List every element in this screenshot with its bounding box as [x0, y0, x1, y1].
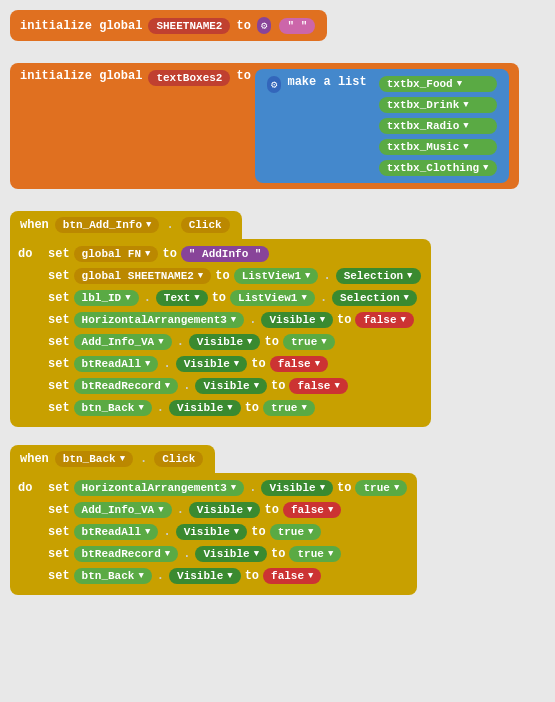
list-item-music[interactable]: txtbx_Music ▼	[379, 139, 497, 155]
btreadrecord-pill-1[interactable]: btReadRecord ▼	[74, 378, 179, 394]
list-item-clothing[interactable]: txtbx_Clothing ▼	[379, 160, 497, 176]
set-9: set	[48, 481, 70, 495]
init-label-2: initialize global	[20, 69, 142, 83]
true-pill-5[interactable]: true ▼	[289, 546, 341, 562]
visible-pill-7[interactable]: Visible ▼	[189, 502, 261, 518]
btreadall-pill-2[interactable]: btReadAll ▼	[74, 524, 159, 540]
dot-4: .	[320, 291, 327, 305]
init-block-2: initialize global textBoxes2 to ⚙ make a…	[10, 63, 545, 193]
do-back: do set HorizontalArrangement3 ▼ . Visibl…	[10, 473, 417, 595]
init-label-1: initialize global	[20, 19, 142, 33]
dot-13: .	[163, 525, 170, 539]
do-row-btreadall: set btReadAll ▼ . Visible ▼ to false ▼	[48, 353, 423, 375]
do-row-ha3-true: do set HorizontalArrangement3 ▼ . Visibl…	[18, 477, 409, 499]
click-pill-2[interactable]: Click	[154, 451, 203, 467]
do-row-addinfova: set Add_Info_VA ▼ . Visible ▼ to true ▼	[48, 331, 423, 353]
true-pill-2[interactable]: true ▼	[263, 400, 315, 416]
lbl-id-pill[interactable]: lbl_ID ▼	[74, 290, 139, 306]
true-pill-3[interactable]: true ▼	[355, 480, 407, 496]
true-pill-1[interactable]: true ▼	[283, 334, 335, 350]
to-5: to	[212, 291, 226, 305]
dot-5: .	[249, 313, 256, 327]
to-7: to	[264, 335, 278, 349]
set-3: set	[48, 291, 70, 305]
make-list-label: make a list	[287, 75, 366, 89]
dot-2: .	[323, 269, 330, 283]
btn-add-info-pill[interactable]: btn_Add_Info ▼	[55, 217, 160, 233]
to-11: to	[337, 481, 351, 495]
btnback-pill-2[interactable]: btn_Back ▼	[74, 568, 152, 584]
set-12: set	[48, 547, 70, 561]
list-icon: ⚙	[267, 76, 282, 93]
visible-pill-10[interactable]: Visible ▼	[169, 568, 241, 584]
ha3-pill-2[interactable]: HorizontalArrangement3 ▼	[74, 480, 245, 496]
init-textboxes2: initialize global textBoxes2 to ⚙ make a…	[10, 63, 519, 189]
selection-pill-1[interactable]: Selection ▼	[336, 268, 421, 284]
global-sheetname2-pill[interactable]: global SHEETNAME2 ▼	[74, 268, 212, 284]
when-add-info-header: when btn_Add_Info ▼ . Click	[10, 211, 242, 239]
false-pill-3[interactable]: false ▼	[289, 378, 347, 394]
false-pill-4[interactable]: false ▼	[283, 502, 341, 518]
addinfova-pill[interactable]: Add_Info_VA ▼	[74, 334, 172, 350]
false-pill-2[interactable]: false ▼	[270, 356, 328, 372]
var-sheetname2[interactable]: SHEETNAME2	[148, 18, 230, 34]
do-row-btreadall-true: set btReadAll ▼ . Visible ▼ to true ▼	[48, 521, 409, 543]
dot-3: .	[144, 291, 151, 305]
to-label-1: to	[236, 19, 250, 33]
btn-back-pill[interactable]: btn_Back ▼	[55, 451, 133, 467]
dot-10: .	[140, 452, 147, 466]
listview1-pill-1[interactable]: ListView1 ▼	[234, 268, 319, 284]
list-item-drink[interactable]: txtbx_Drink ▼	[379, 97, 497, 113]
list-item-food[interactable]: txtbx_Food ▼	[379, 76, 497, 92]
to-12: to	[264, 503, 278, 517]
set-1: set	[48, 247, 70, 261]
listview1-pill-2[interactable]: ListView1 ▼	[230, 290, 315, 306]
to-9: to	[271, 379, 285, 393]
visible-pill-1[interactable]: Visible ▼	[261, 312, 333, 328]
visible-pill-4[interactable]: Visible ▼	[195, 378, 267, 394]
when-label-2: when	[20, 452, 49, 466]
list-items: txtbx_Food ▼ txtbx_Drink ▼ txtbx_Radio ▼…	[377, 75, 499, 177]
ha3-pill[interactable]: HorizontalArrangement3 ▼	[74, 312, 245, 328]
btreadrecord-pill-2[interactable]: btReadRecord ▼	[74, 546, 179, 562]
visible-pill-5[interactable]: Visible ▼	[169, 400, 241, 416]
false-pill-1[interactable]: false ▼	[355, 312, 413, 328]
dot-6: .	[177, 335, 184, 349]
click-pill-1[interactable]: Click	[181, 217, 230, 233]
false-pill-5[interactable]: false ▼	[263, 568, 321, 584]
btnback-pill-1[interactable]: btn_Back ▼	[74, 400, 152, 416]
addinfo-string[interactable]: " AddInfo "	[181, 246, 270, 262]
init-sheetname2: initialize global SHEETNAME2 to ⚙ " "	[10, 10, 327, 41]
selection-pill-2[interactable]: Selection ▼	[332, 290, 417, 306]
to-6: to	[337, 313, 351, 327]
do-label-1: do	[18, 247, 42, 261]
to-3: to	[162, 247, 176, 261]
visible-pill-2[interactable]: Visible ▼	[189, 334, 261, 350]
string-empty[interactable]: " "	[279, 18, 315, 34]
do-label-2: do	[18, 481, 42, 495]
when-label-1: when	[20, 218, 49, 232]
when-block-1: when btn_Add_Info ▼ . Click do set globa…	[10, 211, 545, 427]
addinfova-pill-2[interactable]: Add_Info_VA ▼	[74, 502, 172, 518]
visible-pill-9[interactable]: Visible ▼	[195, 546, 267, 562]
btreadall-pill-1[interactable]: btReadAll ▼	[74, 356, 159, 372]
visible-pill-6[interactable]: Visible ▼	[261, 480, 333, 496]
visible-pill-8[interactable]: Visible ▼	[176, 524, 248, 540]
to-10: to	[245, 401, 259, 415]
visible-pill-3[interactable]: Visible ▼	[176, 356, 248, 372]
when-add-info-wrap: when btn_Add_Info ▼ . Click do set globa…	[10, 211, 545, 427]
global-fn-pill[interactable]: global FN ▼	[74, 246, 159, 262]
dot-14: .	[183, 547, 190, 561]
text-pill-1[interactable]: Text ▼	[156, 290, 208, 306]
list-item-radio[interactable]: txtbx_Radio ▼	[379, 118, 497, 134]
when-block-2: when btn_Back ▼ . Click do set Horizonta…	[10, 445, 545, 595]
true-pill-4[interactable]: true ▼	[270, 524, 322, 540]
do-row-btreadrecord-true: set btReadRecord ▼ . Visible ▼ to true ▼	[48, 543, 409, 565]
when-back-wrap: when btn_Back ▼ . Click do set Horizonta…	[10, 445, 545, 595]
make-list-block: ⚙ make a list txtbx_Food ▼ txtbx_Drink ▼…	[255, 69, 509, 183]
to-4: to	[215, 269, 229, 283]
dot-8: .	[183, 379, 190, 393]
set-8: set	[48, 401, 70, 415]
var-textboxes2[interactable]: textBoxes2	[148, 70, 230, 86]
icon-gear: ⚙	[257, 17, 272, 34]
